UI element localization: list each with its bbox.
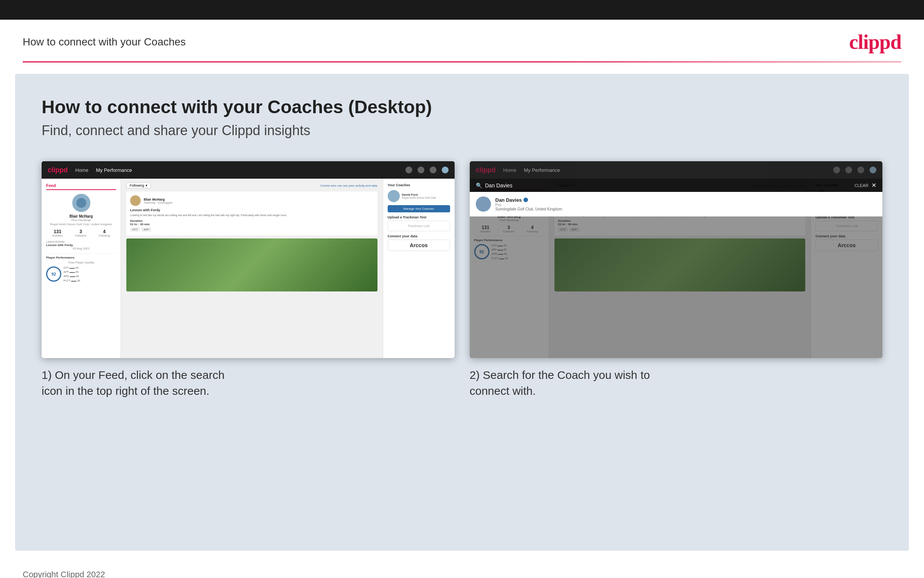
- latest-activity-val-1: Lesson with Fordy: [46, 244, 116, 247]
- search-bar: 🔍 Dan Davies CLEAR ✕: [470, 179, 883, 192]
- followers-num-1: 3: [75, 229, 87, 234]
- screenshots-row: clippd Home My Performance Feed: [42, 161, 882, 399]
- coaches-title-1: Your Coaches: [388, 183, 450, 187]
- stat-followers-1: 3 Followers: [75, 229, 87, 237]
- btn-app-1[interactable]: APP: [141, 227, 151, 232]
- coach-item-1: David Ford Royal North Devon Golf Club: [388, 190, 450, 202]
- section-subtitle: Find, connect and share your Clippd insi…: [42, 123, 882, 138]
- bar-arg: ARG ▬▬ 86: [63, 274, 80, 278]
- search-bar-icon: 🔍: [476, 182, 482, 188]
- quality-score-2: 92: [474, 244, 489, 259]
- stat-activities-2: 131 Activities: [481, 225, 491, 233]
- search-overlay: 🔍 Dan Davies CLEAR ✕ Dan Davies Pro: [470, 179, 883, 216]
- btn-app-2: APP: [570, 227, 579, 232]
- arccos-1: Arccos: [388, 240, 450, 251]
- feed-label-1: Feed: [46, 183, 116, 190]
- mock-left-panel-1: Feed Blair McHarg Plus Handicap Royal No…: [42, 179, 121, 358]
- coach-avatar-1: [388, 190, 400, 202]
- result-name: Dan Davies: [495, 197, 562, 203]
- step-1-desc: 1) On your Feed, click on the searchicon…: [42, 367, 455, 399]
- mock-nav-1: clippd Home My Performance: [42, 161, 455, 179]
- perf-bars-1: OTT ▬▬ 90 APP ▬▬ 85 ARG ▬▬ 86 PUTT ▬▬ 96: [63, 266, 80, 283]
- btn-off-2: OTT: [558, 227, 568, 232]
- verified-badge: [523, 198, 528, 202]
- post-header-1: Blair McHarg Yesterday · Sunninggate: [130, 195, 374, 206]
- duration-label-2: Duration: [558, 219, 802, 222]
- following-label-1: Following: [99, 234, 110, 237]
- bar-ott: OTT ▬▬ 90: [63, 266, 80, 270]
- settings-icon-1[interactable]: [430, 167, 437, 174]
- user-avatar-1: [72, 194, 91, 212]
- duration-val-2: 01 hr : 30 min: [558, 222, 802, 226]
- user-avatar-inner-1: [76, 198, 86, 208]
- duration-val-1: 01 hr : 30 min: [130, 222, 374, 226]
- copyright: Copyright Clippd 2022: [23, 570, 105, 578]
- settings-icon-2[interactable]: [858, 167, 864, 174]
- search-input[interactable]: Dan Davies: [485, 182, 852, 188]
- user-handicap-2: Plus Handicap: [474, 218, 544, 222]
- post-image-1: [126, 239, 377, 291]
- stat-activities-1: 131 Activities: [52, 229, 63, 237]
- stat-followers-2: 3 Followers: [503, 225, 515, 233]
- post-text-1: Looking to feel like my hands are exitin…: [130, 213, 374, 218]
- coach-club-1: Royal North Devon Golf Club: [402, 196, 436, 199]
- screenshot-frame-2: clippd Home My Performance 🔍 Dan Davies: [470, 161, 883, 358]
- close-search-btn[interactable]: ✕: [871, 182, 876, 189]
- activities-label-1: Activities: [52, 234, 63, 237]
- followers-label-1: Followers: [75, 234, 87, 237]
- following-row-1: Following ▾ Control who can see your act…: [126, 182, 377, 188]
- post-image-2: [555, 239, 806, 291]
- control-link-1[interactable]: Control who can see your activity and da…: [320, 184, 377, 187]
- screenshot-frame-1: clippd Home My Performance Feed: [42, 161, 455, 358]
- mock-logo-2: clippd: [476, 166, 496, 174]
- stats-row-1: 131 Activities 3 Followers 4 Following: [46, 229, 116, 237]
- following-num-1: 4: [99, 229, 110, 234]
- mock-nav-icons-1: [405, 167, 448, 174]
- quality-score-1: 92: [46, 266, 61, 282]
- user-name-1: Blair McHarg: [46, 214, 116, 218]
- search-results: Dan Davies Pro Sunningdale Golf Club, Un…: [470, 192, 883, 216]
- mock-logo-1: clippd: [48, 166, 68, 174]
- performance-2: Player Performance 92 OTT ▬▬ 90 APP ▬▬ 8…: [474, 236, 544, 260]
- header: How to connect with your Coaches clippd: [0, 19, 924, 61]
- mock-nav-icons-2: [833, 167, 876, 174]
- bar-putt: PUTT ▬▬ 96: [63, 279, 80, 283]
- main-content: How to connect with your Coaches (Deskto…: [15, 74, 909, 551]
- following-btn-1[interactable]: Following ▾: [126, 182, 151, 188]
- avatar-icon-1[interactable]: [442, 167, 448, 174]
- upload-title-1: Upload a Trackman Test: [388, 215, 450, 219]
- mock-nav-performance-1: My Performance: [96, 167, 132, 173]
- post-author-name-1: Blair McHarg: [144, 198, 173, 201]
- user-icon-1[interactable]: [417, 167, 424, 174]
- mock-nav-home-1: Home: [75, 167, 89, 173]
- mock-center-panel-1: Following ▾ Control who can see your act…: [121, 179, 383, 358]
- perf-bars-2: OTT ▬▬ 90 APP ▬▬ 85 ARG ▬▬ 86 PUTT ▬▬ 96: [492, 244, 508, 260]
- search-icon-2[interactable]: [833, 167, 840, 174]
- bar-app: APP ▬▬ 85: [63, 270, 80, 274]
- btn-off-1[interactable]: OTT: [130, 227, 140, 232]
- section-title: How to connect with your Coaches (Deskto…: [42, 96, 882, 117]
- top-bar: [0, 0, 924, 19]
- avatar-icon-2[interactable]: [869, 167, 876, 174]
- post-duration-1: Duration: [130, 219, 374, 222]
- manage-btn-1[interactable]: Manage Your Coaches: [388, 205, 450, 212]
- clear-btn[interactable]: CLEAR: [854, 183, 868, 188]
- user-club-1: Royal North Devon Golf Club, United King…: [46, 222, 116, 226]
- result-role: Pro: [495, 203, 562, 207]
- latest-activity-label-1: Latest Activity: [46, 240, 116, 244]
- screenshot-col-1: clippd Home My Performance Feed: [42, 161, 455, 399]
- stat-following-1: 4 Following: [99, 229, 110, 237]
- search-icon-1[interactable]: [405, 167, 412, 174]
- performance-1: Player Performance Total Player Quality …: [46, 253, 116, 283]
- mock-nav-home-2: Home: [503, 167, 517, 173]
- coach-name-1: David Ford: [402, 193, 436, 196]
- post-image-inner-2: [555, 239, 806, 291]
- total-quality-label-1: Total Player Quality: [46, 261, 116, 264]
- header-divider: [23, 61, 901, 62]
- connect-title-1: Connect your data: [388, 234, 450, 238]
- user-icon-2[interactable]: [845, 167, 852, 174]
- mock-nav-performance-2: My Performance: [524, 167, 560, 173]
- mock-body-1: Feed Blair McHarg Plus Handicap Royal No…: [42, 179, 455, 358]
- post-title-1: Lesson with Fordy: [130, 208, 374, 212]
- footer: Copyright Clippd 2022: [0, 562, 924, 578]
